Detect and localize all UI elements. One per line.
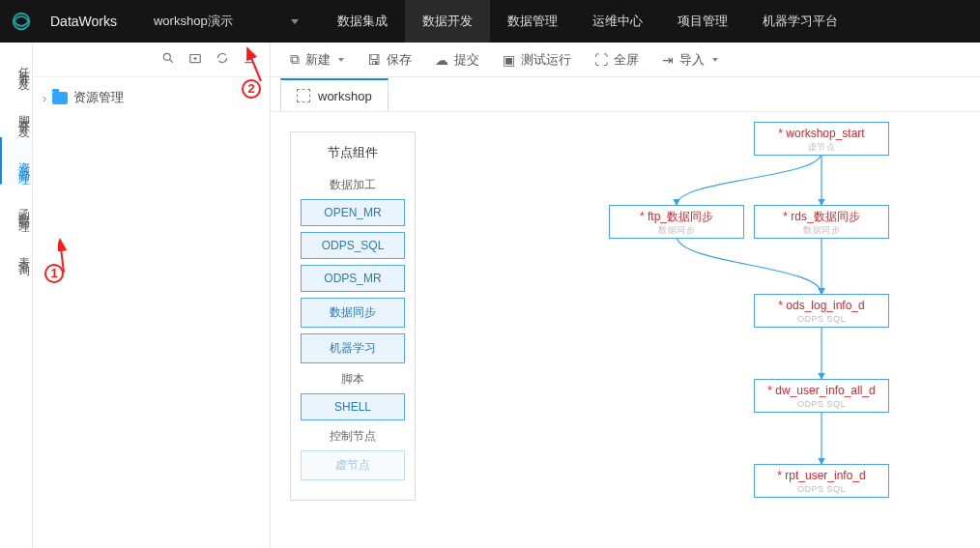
project-name: workshop演示 <box>154 13 233 30</box>
rail-item[interactable]: 函数管理 <box>0 185 32 232</box>
nav-tab[interactable]: 数据开发 <box>405 0 490 43</box>
test-run-button[interactable]: ▣测试运行 <box>493 47 581 72</box>
fullscreen-button[interactable]: ⛶全屏 <box>585 47 649 72</box>
palette-item[interactable]: 虚节点 <box>301 450 405 480</box>
refresh-icon[interactable] <box>216 51 229 68</box>
tree-root-row[interactable]: › 资源管理 <box>43 85 260 110</box>
save-button[interactable]: 🖫保存 <box>358 47 421 72</box>
rail-item[interactable]: 资源管理 <box>0 137 32 185</box>
action-bar: ⧉新建 🖫保存 ☁提交 ▣测试运行 ⛶全屏 ⇥导入 <box>271 43 980 77</box>
new-folder-icon[interactable] <box>188 51 202 68</box>
project-selector[interactable]: workshop演示 <box>140 13 312 30</box>
brand-name: DataWorks <box>43 14 140 29</box>
nav-tabs: 数据集成数据开发数据管理运维中心项目管理机器学习平台 <box>320 0 855 43</box>
nav-tab[interactable]: 项目管理 <box>660 0 745 43</box>
flow-canvas[interactable]: * workshop_start虚节点* ftp_数据同步数据同步* rds_数… <box>416 112 980 548</box>
new-button[interactable]: ⧉新建 <box>280 47 354 72</box>
palette-item[interactable]: OPEN_MR <box>301 199 405 226</box>
top-nav: DataWorks workshop演示 数据集成数据开发数据管理运维中心项目管… <box>0 0 980 43</box>
import-button[interactable]: ⇥导入 <box>652 47 728 72</box>
nav-tab[interactable]: 运维中心 <box>575 0 660 43</box>
tree-toolbar <box>33 43 270 77</box>
left-rail: 任务开发脚本开发资源管理函数管理表查询 <box>0 43 33 548</box>
palette-item[interactable]: ODPS_SQL <box>301 232 405 259</box>
nav-tab[interactable]: 机器学习平台 <box>745 0 855 43</box>
folder-icon <box>52 92 68 104</box>
caret-down-icon <box>291 19 299 24</box>
nav-tab[interactable]: 数据管理 <box>490 0 575 43</box>
search-icon[interactable] <box>161 51 175 68</box>
save-icon: 🖫 <box>367 52 381 68</box>
flow-node[interactable]: * rds_数据同步数据同步 <box>754 205 889 239</box>
new-icon: ⧉ <box>290 51 300 68</box>
palette-item[interactable]: 数据同步 <box>301 298 405 328</box>
fullscreen-icon: ⛶ <box>594 52 608 68</box>
flow-node[interactable]: * workshop_start虚节点 <box>754 122 889 156</box>
rail-item[interactable]: 脚本开发 <box>0 90 32 137</box>
svg-point-0 <box>14 14 30 30</box>
tab-workshop[interactable]: workshop <box>280 78 389 111</box>
rail-item[interactable]: 表查询 <box>0 232 32 275</box>
submit-button[interactable]: ☁提交 <box>425 47 489 72</box>
play-icon: ▣ <box>503 52 515 68</box>
palette-item[interactable]: SHELL <box>301 393 405 420</box>
flow-node[interactable]: * ods_log_info_dODPS SQL <box>754 294 889 328</box>
caret-down-icon <box>712 58 718 62</box>
tree-root-label: 资源管理 <box>73 89 124 106</box>
nav-tab[interactable]: 数据集成 <box>320 0 405 43</box>
palette-item[interactable]: ODPS_MR <box>301 265 405 292</box>
svg-line-2 <box>170 60 173 63</box>
upload-icon[interactable] <box>243 51 256 68</box>
workflow-icon <box>297 89 310 102</box>
caret-down-icon <box>338 58 344 62</box>
tab-label: workshop <box>318 89 372 103</box>
flow-node[interactable]: * dw_user_info_all_dODPS SQL <box>754 379 889 413</box>
work-area: ⧉新建 🖫保存 ☁提交 ▣测试运行 ⛶全屏 ⇥导入 workshop 节点组件 … <box>271 43 980 548</box>
palette-item[interactable]: 机器学习 <box>301 333 405 363</box>
flow-node[interactable]: * ftp_数据同步数据同步 <box>609 205 744 239</box>
resource-tree-panel: › 资源管理 <box>33 43 271 548</box>
canvas: 节点组件 数据加工 OPEN_MRODPS_SQLODPS_MR数据同步机器学习… <box>271 112 980 548</box>
node-palette: 节点组件 数据加工 OPEN_MRODPS_SQLODPS_MR数据同步机器学习… <box>290 131 416 501</box>
file-tab-strip: workshop <box>271 77 980 112</box>
import-icon: ⇥ <box>662 52 674 68</box>
palette-title: 节点组件 <box>301 140 405 169</box>
rail-item[interactable]: 任务开发 <box>0 43 32 90</box>
cloud-upload-icon: ☁ <box>435 52 448 68</box>
flow-node[interactable]: * rpt_user_info_dODPS SQL <box>754 464 889 498</box>
logo-icon <box>0 0 43 43</box>
chevron-right-icon: › <box>43 91 46 105</box>
svg-point-1 <box>163 53 170 60</box>
